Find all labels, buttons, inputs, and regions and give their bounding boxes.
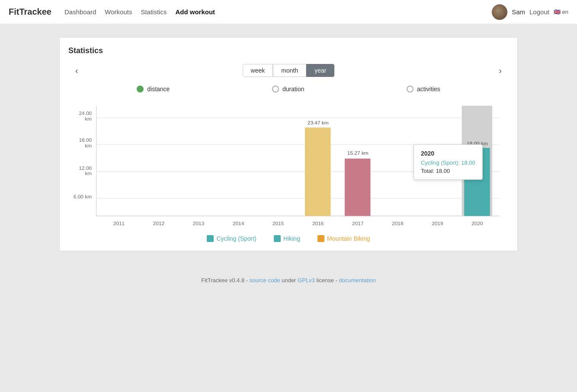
bar-2016[interactable] — [305, 127, 331, 216]
footer-brand: FitTrackee — [201, 277, 228, 284]
nav-logout[interactable]: Logout — [529, 8, 549, 16]
metric-activities[interactable]: activities — [407, 86, 440, 92]
legend-mountain-biking[interactable]: Mountain Biking — [317, 235, 370, 242]
legend-cycling-sport[interactable]: Cycling (Sport) — [207, 235, 256, 242]
chart-legend: Cycling (Sport) Hiking Mountain Biking — [68, 235, 509, 242]
legend-hiking-label: Hiking — [283, 235, 300, 242]
nav-statistics[interactable]: Statistics — [141, 8, 167, 16]
footer-source-code[interactable]: source code — [250, 277, 280, 284]
svg-text:2014: 2014 — [233, 220, 244, 226]
metric-distance-label: distance — [147, 86, 170, 92]
svg-text:km: km — [85, 116, 92, 122]
period-month[interactable]: month — [273, 64, 306, 77]
avatar-image — [492, 4, 507, 20]
footer-version: v0.4.8 - — [229, 277, 250, 284]
legend-mountain-biking-icon — [317, 235, 324, 242]
radio-duration-icon — [272, 86, 279, 92]
next-arrow[interactable]: › — [492, 63, 509, 78]
period-year[interactable]: year — [306, 64, 334, 77]
navbar: FitTrackee Dashboard Workouts Statistics… — [0, 0, 577, 24]
nav-links: Dashboard Workouts Statistics Add workou… — [64, 8, 492, 16]
brand-link[interactable]: FitTrackee — [9, 7, 51, 17]
nav-add-workout[interactable]: Add workout — [175, 8, 215, 16]
metric-duration-label: duration — [282, 86, 305, 92]
svg-text:2013: 2013 — [193, 220, 205, 226]
language-selector[interactable]: 🇬🇧 en — [554, 9, 568, 15]
bar-2017[interactable] — [345, 159, 371, 216]
metric-duration[interactable]: duration — [272, 86, 305, 92]
nav-username: Sam — [512, 8, 525, 16]
metric-distance[interactable]: distance — [137, 86, 170, 92]
svg-text:24.00: 24.00 — [79, 110, 92, 116]
period-week[interactable]: week — [243, 64, 273, 77]
footer-license-text: under — [282, 277, 298, 284]
svg-text:15.27 km: 15.27 km — [347, 150, 369, 156]
svg-text:2012: 2012 — [153, 220, 164, 226]
bar-2020[interactable] — [464, 148, 490, 216]
legend-mountain-biking-label: Mountain Biking — [327, 235, 370, 242]
prev-arrow[interactable]: ‹ — [68, 63, 85, 78]
svg-text:23.47 km: 23.47 km — [308, 120, 329, 126]
legend-cycling-sport-icon — [207, 235, 214, 242]
svg-text:km: km — [85, 170, 92, 176]
chart-svg: 24.00 km 18.00 km 12.00 km 6.00 km 2011 — [68, 101, 509, 231]
svg-text:2011: 2011 — [113, 220, 125, 226]
metric-options: distance duration activities — [68, 86, 509, 92]
page-title: Statistics — [68, 46, 509, 55]
svg-text:12.00: 12.00 — [79, 165, 92, 171]
radio-distance-icon — [137, 86, 144, 92]
svg-text:2017: 2017 — [352, 220, 363, 226]
svg-text:2018: 2018 — [392, 220, 404, 226]
svg-text:18.00: 18.00 — [79, 137, 92, 143]
radio-activities-icon — [407, 86, 414, 92]
chart-controls: ‹ week month year › — [68, 64, 509, 77]
avatar — [492, 4, 507, 20]
svg-text:2019: 2019 — [432, 220, 443, 226]
footer-after-text: license - — [316, 277, 339, 284]
svg-text:18.00 km: 18.00 km — [467, 140, 488, 147]
svg-text:2020: 2020 — [471, 220, 483, 226]
svg-text:2015: 2015 — [272, 220, 284, 226]
footer-documentation[interactable]: documentation — [339, 277, 375, 284]
legend-hiking-icon — [274, 235, 281, 242]
legend-cycling-sport-label: Cycling (Sport) — [216, 235, 256, 242]
svg-text:2016: 2016 — [312, 220, 324, 226]
nav-workouts[interactable]: Workouts — [105, 8, 132, 16]
statistics-card: Statistics ‹ week month year › distance … — [59, 37, 518, 251]
main-content: Statistics ‹ week month year › distance … — [51, 37, 526, 251]
metric-activities-label: activities — [417, 86, 440, 92]
svg-text:km: km — [85, 143, 92, 149]
period-buttons: week month year — [243, 64, 335, 77]
footer-license-link[interactable]: GPLv3 — [298, 277, 315, 284]
svg-text:6.00 km: 6.00 km — [74, 194, 92, 200]
navbar-right: Sam Logout 🇬🇧 en — [492, 4, 568, 20]
legend-hiking[interactable]: Hiking — [274, 235, 300, 242]
nav-dashboard[interactable]: Dashboard — [64, 8, 96, 16]
chart-wrapper: 24.00 km 18.00 km 12.00 km 6.00 km 2011 — [68, 101, 509, 231]
footer: FitTrackee v0.4.8 - source code under GP… — [0, 268, 577, 292]
